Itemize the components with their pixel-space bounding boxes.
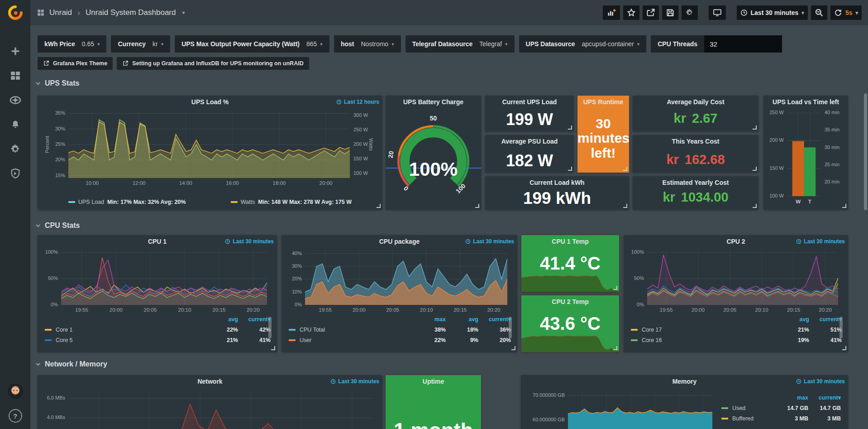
- panel-time-override-badge[interactable]: Last 30 minutes: [796, 378, 845, 385]
- legend-column-header[interactable]: avg: [446, 316, 478, 323]
- panel-time-override-badge[interactable]: Last 12 hours: [336, 99, 379, 105]
- variable-value-dropdown[interactable]: kr▾: [153, 40, 163, 48]
- time-range-picker[interactable]: Last 30 minutes ▾: [737, 5, 808, 20]
- panel-resize-handle[interactable]: [511, 346, 515, 350]
- battery-gauge[interactable]: 02050100100%: [386, 107, 481, 207]
- panel-resize-handle[interactable]: [613, 286, 617, 290]
- dashboard-settings-button[interactable]: [682, 5, 698, 20]
- share-dashboard-button[interactable]: [643, 5, 659, 20]
- variable-value-dropdown[interactable]: 0.65▾: [82, 40, 100, 48]
- time-series-chart[interactable]: [305, 250, 507, 305]
- panel-title[interactable]: Average PSU Load: [501, 138, 558, 145]
- panel-title[interactable]: CPU package: [379, 238, 420, 245]
- panel-title[interactable]: Current UPS Load: [502, 98, 557, 106]
- cpu-threads-input[interactable]: [704, 35, 782, 53]
- panel-title[interactable]: Memory: [672, 378, 697, 385]
- alerting-bell-icon[interactable]: [10, 119, 21, 130]
- legend-series-label[interactable]: Used: [721, 405, 776, 411]
- variable-value-dropdown[interactable]: Nostromo▾: [361, 40, 394, 48]
- legend-column-header[interactable]: current▾: [808, 394, 841, 401]
- panel-resize-handle[interactable]: [568, 167, 572, 171]
- legend-series-label[interactable]: Core 1: [45, 327, 205, 333]
- time-series-chart[interactable]: [647, 250, 838, 305]
- panel-title[interactable]: CPU 2 Temp: [552, 298, 588, 305]
- create-icon[interactable]: [10, 45, 21, 57]
- legend-column-header[interactable]: avg: [777, 316, 809, 323]
- variable-value-dropdown[interactable]: 865▾: [306, 40, 323, 48]
- cycle-view-mode-button[interactable]: [709, 5, 726, 20]
- time-series-chart[interactable]: [68, 111, 350, 178]
- legend-series-label[interactable]: Buffered: [721, 415, 776, 422]
- time-series-chart[interactable]: [61, 250, 267, 305]
- chevron-down-icon[interactable]: ▾: [182, 10, 185, 16]
- save-dashboard-button[interactable]: [662, 5, 678, 20]
- grafana-logo[interactable]: [0, 0, 30, 25]
- legend-series-label[interactable]: User: [289, 337, 413, 343]
- refresh-button[interactable]: 5s ▾: [830, 5, 862, 20]
- explore-icon[interactable]: [10, 94, 21, 106]
- legend-scrollbar[interactable]: [509, 317, 512, 338]
- star-dashboard-button[interactable]: [623, 5, 639, 20]
- breadcrumb-title[interactable]: Unraid System Dashboard: [86, 8, 176, 17]
- variable-value-dropdown[interactable]: apcupsd-container▾: [582, 40, 640, 48]
- legend-series-label[interactable]: Core 16: [631, 337, 777, 343]
- time-series-chart[interactable]: [68, 390, 372, 429]
- panel-resize-handle[interactable]: [377, 204, 381, 208]
- legend-series-label[interactable]: Core 5: [45, 337, 205, 343]
- panel-time-override-badge[interactable]: Last 30 minutes: [465, 238, 514, 245]
- dashboards-icon[interactable]: [10, 70, 21, 82]
- dashboard-scrollbar[interactable]: [864, 93, 867, 210]
- legend-column-header[interactable]: current▾: [238, 316, 271, 323]
- refresh-interval-label[interactable]: 5s: [845, 9, 853, 16]
- panel-resize-handle[interactable]: [842, 204, 846, 208]
- variable-value-dropdown[interactable]: Telegraf▾: [479, 40, 507, 48]
- panel-time-override-badge[interactable]: Last 30 minutes: [330, 378, 379, 385]
- panel-resize-handle[interactable]: [568, 125, 572, 130]
- user-avatar[interactable]: [8, 384, 23, 399]
- help-icon[interactable]: ?: [9, 409, 22, 423]
- panel-resize-handle[interactable]: [753, 125, 757, 130]
- legend-scrollbar[interactable]: [839, 317, 843, 338]
- link-grafana-influxdb-ups-guide[interactable]: Setting up Grafana and InfluxDB for UPS …: [117, 57, 309, 70]
- legend-column-header[interactable]: avg: [205, 316, 238, 323]
- legend-scrollbar[interactable]: [268, 317, 272, 338]
- panel-title[interactable]: UPS Runtime: [583, 98, 624, 106]
- panel-title[interactable]: Uptime: [423, 378, 444, 385]
- zoom-out-time-button[interactable]: [811, 5, 827, 20]
- section-network-memory[interactable]: Network / Memory: [35, 360, 107, 368]
- add-panel-button[interactable]: [603, 5, 620, 20]
- panel-title[interactable]: Current Load kWh: [529, 179, 584, 186]
- panel-title[interactable]: CPU 2: [726, 238, 745, 245]
- panel-title[interactable]: Network: [197, 378, 222, 385]
- legend-column-header[interactable]: current▾: [478, 316, 511, 323]
- panel-title[interactable]: CPU 1: [148, 238, 167, 245]
- panel-title[interactable]: UPS Battery Charge: [403, 98, 463, 106]
- breadcrumb-folder[interactable]: Unraid: [49, 8, 72, 17]
- legend-series-label[interactable]: UPS Load: [78, 199, 104, 205]
- server-admin-shield-icon[interactable]: [10, 168, 21, 179]
- link-grafana-plex-theme[interactable]: Grafana Plex Theme: [38, 57, 113, 70]
- panel-title[interactable]: Estimated Yearly Cost: [663, 179, 729, 186]
- legend-column-header[interactable]: max: [776, 395, 808, 401]
- legend-series-label[interactable]: Core 17: [631, 327, 777, 333]
- panel-title[interactable]: UPS Load %: [191, 98, 229, 106]
- configuration-gear-icon[interactable]: [10, 143, 21, 155]
- bar-gauge-chart[interactable]: [787, 113, 821, 196]
- panel-title[interactable]: UPS Load vs Time left: [773, 98, 839, 106]
- time-series-chart[interactable]: [568, 390, 712, 429]
- panel-title[interactable]: CPU 1 Temp: [552, 238, 588, 245]
- panel-resize-handle[interactable]: [623, 204, 627, 208]
- panel-resize-handle[interactable]: [271, 346, 275, 350]
- panel-resize-handle[interactable]: [753, 204, 757, 208]
- section-cpu-stats[interactable]: CPU Stats: [35, 222, 80, 230]
- panel-title[interactable]: Average Daily Cost: [667, 98, 724, 106]
- panel-resize-handle[interactable]: [613, 346, 617, 350]
- panel-resize-handle[interactable]: [753, 167, 757, 171]
- legend-series-label[interactable]: CPU Total: [289, 327, 413, 333]
- panel-resize-handle[interactable]: [623, 167, 627, 171]
- panel-title[interactable]: This Years Cost: [672, 138, 720, 145]
- legend-column-header[interactable]: current▾: [809, 316, 842, 323]
- panel-time-override-badge[interactable]: Last 30 minutes: [796, 238, 845, 245]
- legend-series-label[interactable]: Watts: [241, 199, 255, 205]
- panel-time-override-badge[interactable]: Last 30 minutes: [225, 238, 274, 245]
